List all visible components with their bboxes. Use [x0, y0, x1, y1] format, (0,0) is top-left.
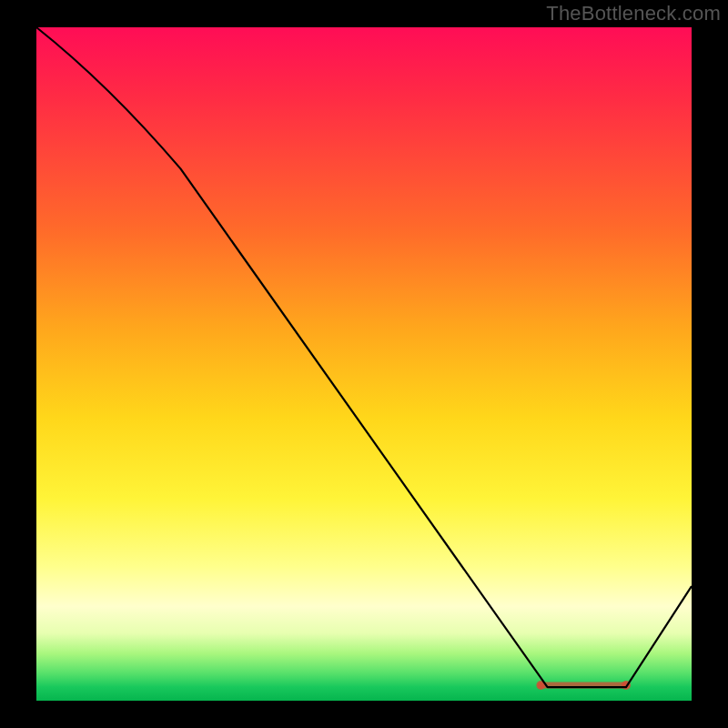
watermark-text: TheBottleneck.com [546, 2, 721, 25]
bottleneck-curve [36, 27, 692, 687]
chart-frame: TheBottleneck.com [0, 0, 728, 728]
plot-area [36, 27, 692, 701]
curve-svg [36, 27, 692, 701]
